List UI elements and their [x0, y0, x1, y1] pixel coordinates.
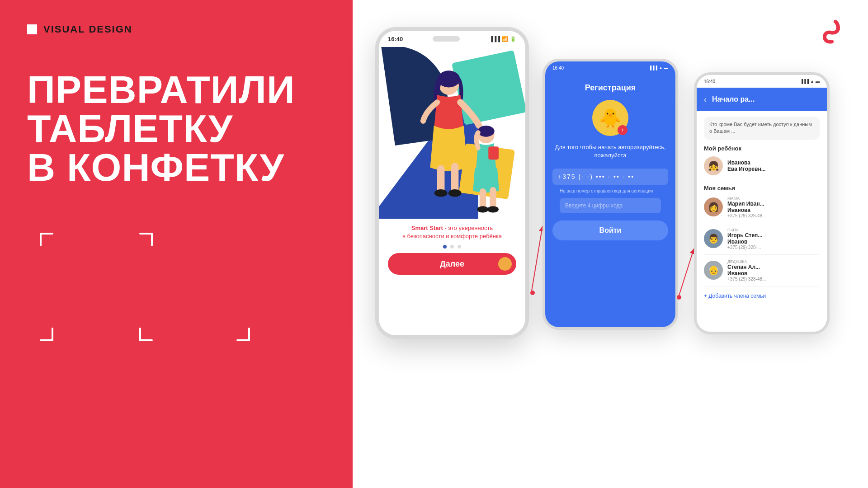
my-family-label: Моя семья: [704, 185, 820, 192]
bracket-5: [236, 328, 250, 343]
phone2-hint: На ваш номер отправлен код для активации: [552, 188, 668, 193]
phone1-dots: [388, 245, 516, 249]
phone2-subtitle: Для того чтобы начать авторизируйтесь, п…: [545, 143, 675, 160]
phone2-code-field[interactable]: Введите 4 цифры кода: [560, 198, 661, 213]
dad-role: Папа: [727, 228, 820, 232]
child-name: ИвановаЕва Игоревн...: [727, 160, 820, 172]
svg-line-13: [531, 226, 542, 294]
phone1-illustration: [379, 47, 525, 219]
add-member-link[interactable]: + Добавить члена семьи: [704, 291, 820, 301]
tagline-text2: в безопасности и комфорте ребёнка: [402, 233, 502, 239]
phone1-bottom: Smart Start - это уверенность в безопасн…: [379, 219, 525, 275]
bracket-4: [139, 328, 153, 343]
phone3-icons: ▐▐▐ ▲ ▬: [800, 79, 820, 84]
phone2-battery: ▬: [664, 66, 668, 70]
phone2-avatar-area: 🐥 +: [545, 100, 675, 136]
phone2-btn-label: Войти: [599, 226, 622, 235]
phone2-status-bar: 16:40 ▐▐▐ ▲ ▬: [545, 61, 675, 74]
phone1-time: 16:40: [388, 36, 403, 42]
phone1-next-button[interactable]: Далее: [388, 253, 516, 275]
svg-rect-3: [451, 163, 458, 193]
signal-icon: ▐▐▐: [490, 36, 500, 42]
family-member-dad: 👨 Папа Игорь Степ...Иванов +375 (29) 328…: [704, 228, 820, 255]
phone1-icons: ▐▐▐ 📶 🔋: [490, 36, 516, 42]
svg-line-15: [678, 249, 694, 298]
grandpa-info: Дедушка Степан Ал...Иванов +375 (29) 328…: [727, 259, 820, 282]
phone2-avatar-badge: +: [618, 125, 627, 135]
phone2-screen: Регистрация 🐥 + Для того чтобы начать ав…: [545, 74, 675, 327]
family-member-grandpa: 👴 Дедушка Степан Ал...Иванов +375 (29) 3…: [704, 259, 820, 286]
phone-reg-frame: 16:40 ▐▐▐ ▲ ▬ Регистрация 🐥 + Для того ч…: [542, 59, 678, 330]
phone2-title: Регистрация: [545, 74, 675, 100]
label-square-icon: [27, 24, 37, 34]
phone3-header: ‹ Начало ра...: [697, 88, 827, 111]
svg-point-12: [487, 206, 499, 212]
phone1-btn-label: Далее: [440, 259, 464, 269]
chat-bubble: Кто кроме Вас будет иметь доступ к данны…: [704, 117, 820, 140]
child-info: ИвановаЕва Игоревн...: [727, 160, 820, 172]
grandpa-phone: +375 (29) 328-48...: [727, 277, 820, 282]
phone2-login-button[interactable]: Войти: [552, 221, 668, 240]
phone1-status-bar: 16:40 ▐▐▐ 📶 🔋: [379, 31, 525, 47]
phone2-form: +375 (- -) ••• - •• - •• На ваш номер от…: [545, 160, 675, 213]
svg-rect-8: [488, 146, 499, 160]
headline: ПРЕВРАТИЛИ ТАБЛЕТКУ В КОНФЕТКУ: [27, 70, 335, 187]
phone2-phone-input[interactable]: +375 (- -) ••• - •• - ••: [552, 169, 668, 185]
right-panel: 16:40 ▐▐▐ 📶 🔋: [353, 0, 868, 488]
family-member-mom: 👩 Мама Мария Иван...Иванова +375 (29) 32…: [704, 196, 820, 223]
svg-point-5: [448, 189, 462, 197]
phone2-avatar: 🐥 +: [592, 100, 628, 136]
bracket-2: [139, 233, 153, 248]
phone-registration: 16:40 ▐▐▐ ▲ ▬ Регистрация 🐥 + Для того ч…: [542, 59, 678, 330]
bracket-3: [40, 328, 53, 343]
phone2-signal: ▐▐▐: [649, 66, 657, 70]
dad-phone: +375 (29) 328-...: [727, 245, 820, 250]
headline-line2: ТАБЛЕТКУ: [27, 109, 335, 148]
phone2-icons: ▐▐▐ ▲ ▬: [649, 66, 668, 70]
phone1-tagline: Smart Start - это уверенность в безопасн…: [388, 224, 516, 240]
mom-name: Мария Иван...Иванова: [727, 201, 820, 213]
dot-3: [458, 245, 461, 249]
phone2-phone-value: +375 (- -) ••• - •• - ••: [558, 173, 663, 180]
svg-point-14: [530, 291, 535, 295]
phone3-signal: ▐▐▐: [800, 79, 809, 84]
my-child-label: Мой ребёнок: [704, 145, 820, 152]
svg-point-4: [434, 189, 448, 197]
family-member-child: 👧 ИвановаЕва Игоревн...: [704, 156, 820, 180]
mom-info: Мама Мария Иван...Иванова +375 (29) 328-…: [727, 196, 820, 218]
grandpa-name: Степан Ал...Иванов: [727, 264, 820, 277]
tagline-highlight: Smart Start: [411, 225, 443, 231]
wifi-icon: 📶: [502, 36, 508, 42]
top-label: VISUAL DESIGN: [27, 23, 132, 35]
phone3-status-bar: 16:40 ▐▐▐ ▲ ▬: [697, 75, 827, 88]
phone-family: 16:40 ▐▐▐ ▲ ▬ ‹ Начало ра... Кто кроме В…: [694, 72, 830, 334]
svg-point-11: [477, 206, 489, 212]
visual-design-label: VISUAL DESIGN: [43, 23, 132, 35]
dad-info: Папа Игорь Степ...Иванов +375 (29) 328-.…: [727, 228, 820, 250]
svg-rect-10: [490, 187, 496, 209]
dot-2: [450, 245, 454, 249]
phone-main: 16:40 ▐▐▐ 📶 🔋: [375, 27, 529, 339]
phone2-wifi: ▲: [659, 66, 663, 70]
mom-phone: +375 (29) 328-48...: [727, 213, 820, 218]
phone3-wifi: ▲: [810, 79, 814, 84]
battery-icon: 🔋: [510, 36, 516, 42]
svg-point-1: [438, 70, 460, 87]
dad-name: Игорь Степ...Иванов: [727, 232, 820, 245]
grandpa-avatar: 👴: [704, 261, 723, 280]
svg-rect-2: [437, 165, 444, 193]
dad-avatar: 👨: [704, 229, 723, 248]
phone2-code-placeholder: Введите 4 цифры кода: [565, 202, 656, 209]
left-panel: VISUAL DESIGN ПРЕВРАТИЛИ ТАБЛЕТКУ В КОНФ…: [0, 0, 353, 488]
btn-yellow-decoration: [498, 257, 512, 271]
phone1-screen: Smart Start - это уверенность в безопасн…: [379, 47, 525, 335]
phone-main-frame: 16:40 ▐▐▐ 📶 🔋: [375, 27, 529, 339]
bracket-1: [40, 233, 53, 248]
phone2-time: 16:40: [552, 66, 564, 70]
phone2-subtitle-text: Для того чтобы начать авторизируйтесь, п…: [555, 144, 665, 159]
phone3-screen: ‹ Начало ра... Кто кроме Вас будет иметь…: [697, 88, 827, 332]
phone-family-frame: 16:40 ▐▐▐ ▲ ▬ ‹ Начало ра... Кто кроме В…: [694, 72, 830, 334]
back-icon[interactable]: ‹: [704, 95, 707, 104]
phone3-time: 16:40: [704, 79, 715, 84]
tagline-text1: - это уверенность: [444, 225, 493, 231]
